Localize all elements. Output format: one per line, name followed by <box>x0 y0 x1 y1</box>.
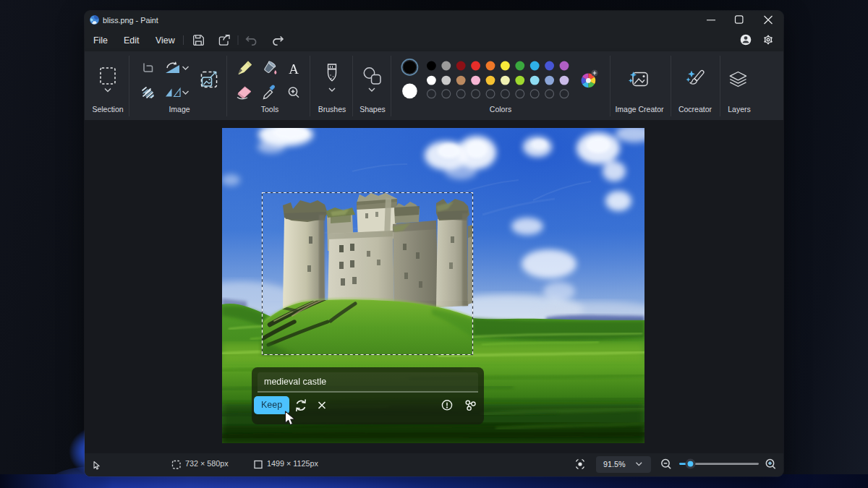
svg-text:A: A <box>289 61 299 77</box>
